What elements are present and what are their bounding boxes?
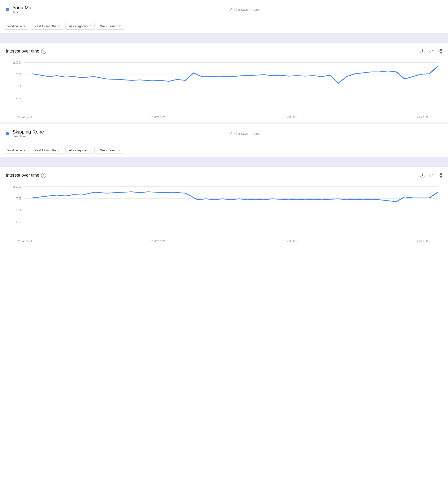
search-term-skipping-rope: Skipping Rope Search term xyxy=(0,124,224,143)
svg-line-19 xyxy=(439,174,441,175)
svg-line-4 xyxy=(439,52,441,52)
filter-search_type-yoga-mat[interactable]: Web Search xyxy=(97,23,124,30)
chart-actions-yoga-mat xyxy=(420,49,442,54)
filter-label-region: Worldwide xyxy=(7,149,22,152)
term-name-skipping-rope: Skipping Rope xyxy=(13,129,44,135)
chart-header-yoga-mat: Interest over time ? xyxy=(6,49,442,54)
chart-svg-skipping-rope: 100755025 xyxy=(6,184,442,237)
share-icon-yoga-mat[interactable] xyxy=(437,49,442,54)
svg-text:75: 75 xyxy=(16,73,21,76)
search-header-yoga-mat: Yoga Mat Topic Add a search term xyxy=(0,0,448,19)
chart-title-group-skipping-rope: Interest over time ? xyxy=(6,173,46,178)
share-icon-skipping-rope[interactable] xyxy=(437,173,442,178)
x-label: 21 Jan 2024 xyxy=(17,240,32,242)
x-labels-yoga-mat: 21 Jan 202412 May 20241 Sept 202422 Dec … xyxy=(6,114,442,118)
svg-text:75: 75 xyxy=(16,197,21,200)
filter-label-search_type: Web Search xyxy=(100,149,117,152)
embed-icon-skipping-rope[interactable] xyxy=(429,173,433,178)
chart-title-group-yoga-mat: Interest over time ? xyxy=(6,49,46,54)
filter-label-category: All categories xyxy=(69,149,88,152)
svg-line-18 xyxy=(439,176,441,176)
chart-header-skipping-rope: Interest over time ? xyxy=(6,173,442,178)
add-term-input-yoga-mat[interactable]: Add a search term xyxy=(224,0,448,19)
filter-region-skipping-rope[interactable]: Worldwide xyxy=(4,147,29,154)
chevron-icon-category xyxy=(89,26,91,27)
chart-container-skipping-rope: 100755025 xyxy=(6,184,442,237)
x-label: 22 Dec 2024 xyxy=(416,115,431,118)
filter-label-time: Past 12 months xyxy=(34,24,56,28)
svg-line-5 xyxy=(439,50,441,51)
svg-text:50: 50 xyxy=(16,209,21,212)
help-icon-yoga-mat[interactable]: ? xyxy=(41,49,46,54)
section-skipping-rope: Skipping Rope Search term Add a search t… xyxy=(0,124,448,246)
term-type-skipping-rope: Search term xyxy=(13,135,44,138)
term-name-yoga-mat: Yoga Mat xyxy=(13,5,33,11)
x-label: 12 May 2024 xyxy=(150,240,165,242)
filter-label-region: Worldwide xyxy=(7,24,22,28)
x-labels-skipping-rope: 21 Jan 202412 May 20241 Sept 202422 Dec … xyxy=(6,239,442,242)
filters-bar-yoga-mat: Worldwide Past 12 months All categories xyxy=(0,19,448,33)
section-yoga-mat: Yoga Mat Topic Add a search term Worldwi… xyxy=(0,0,448,122)
chart-container-yoga-mat: 100755025 xyxy=(6,60,442,113)
search-header-skipping-rope: Skipping Rope Search term Add a search t… xyxy=(0,124,448,143)
download-icon-skipping-rope[interactable] xyxy=(420,173,425,178)
svg-text:25: 25 xyxy=(16,96,21,99)
blue-bar-yoga-mat xyxy=(0,33,448,43)
chevron-icon-category xyxy=(89,150,91,151)
chart-actions-skipping-rope xyxy=(420,173,442,178)
blue-bar-skipping-rope xyxy=(0,157,448,167)
download-icon-yoga-mat[interactable] xyxy=(420,49,425,54)
x-label: 21 Jan 2024 xyxy=(17,115,32,118)
chevron-icon-search_type xyxy=(119,26,121,27)
term-text-skipping-rope: Skipping Rope Search term xyxy=(13,129,44,138)
chevron-icon-time xyxy=(58,26,60,27)
x-label: 12 May 2024 xyxy=(150,115,165,118)
svg-text:50: 50 xyxy=(16,84,21,88)
chevron-icon-search_type xyxy=(119,150,121,151)
add-term-input-skipping-rope[interactable]: Add a search term xyxy=(224,124,448,143)
chevron-icon-time xyxy=(58,150,60,151)
filter-label-time: Past 12 months xyxy=(34,149,56,152)
filter-region-yoga-mat[interactable]: Worldwide xyxy=(4,23,29,30)
x-label: 22 Dec 2024 xyxy=(416,240,431,242)
chart-svg-yoga-mat: 100755025 xyxy=(6,60,442,113)
chart-title-yoga-mat: Interest over time xyxy=(6,49,39,54)
chart-section-yoga-mat: Interest over time ? xyxy=(0,43,448,122)
filter-label-search_type: Web Search xyxy=(100,24,117,28)
x-label: 1 Sept 2024 xyxy=(284,115,298,118)
filter-category-skipping-rope[interactable]: All categories xyxy=(65,147,95,154)
term-dot-yoga-mat xyxy=(6,8,9,11)
filter-category-yoga-mat[interactable]: All categories xyxy=(65,23,95,30)
filter-search_type-skipping-rope[interactable]: Web Search xyxy=(97,147,124,154)
filters-bar-skipping-rope: Worldwide Past 12 months All categories xyxy=(0,143,448,157)
svg-text:100: 100 xyxy=(13,61,22,64)
chart-title-skipping-rope: Interest over time xyxy=(6,173,39,178)
x-label: 1 Sept 2024 xyxy=(284,240,298,242)
term-dot-skipping-rope xyxy=(6,132,9,135)
chevron-icon-region xyxy=(23,150,25,151)
svg-text:100: 100 xyxy=(13,185,22,188)
svg-text:25: 25 xyxy=(16,220,21,224)
section-divider xyxy=(0,122,448,124)
embed-icon-yoga-mat[interactable] xyxy=(429,49,433,54)
chevron-icon-region xyxy=(23,26,25,27)
help-icon-skipping-rope[interactable]: ? xyxy=(41,173,46,178)
filter-label-category: All categories xyxy=(69,24,88,28)
search-term-yoga-mat: Yoga Mat Topic xyxy=(0,0,224,19)
filter-time-yoga-mat[interactable]: Past 12 months xyxy=(31,23,63,30)
term-text-yoga-mat: Yoga Mat Topic xyxy=(13,5,33,14)
term-type-yoga-mat: Topic xyxy=(13,11,33,14)
chart-section-skipping-rope: Interest over time ? xyxy=(0,167,448,246)
filter-time-skipping-rope[interactable]: Past 12 months xyxy=(31,147,63,154)
